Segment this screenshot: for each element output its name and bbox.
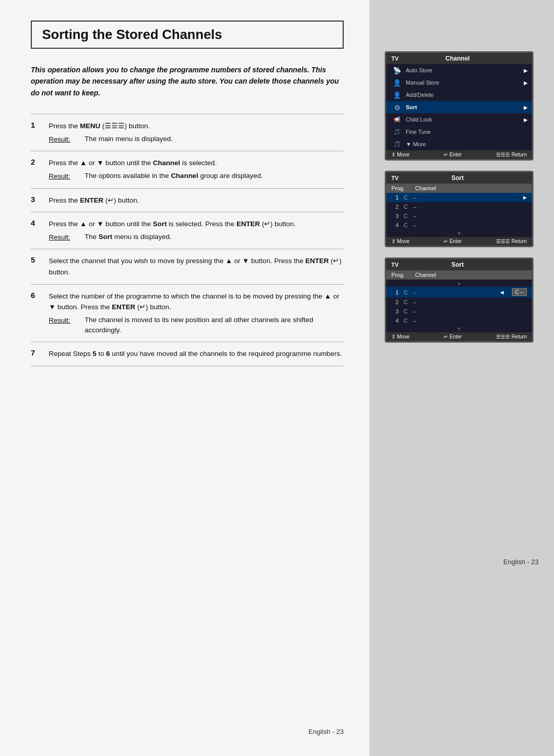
sort-row-arrow-1: ▶ [523,195,527,200]
tv-screen-sort-2: TV Sort Prog. Channel ▲ 1 C -- ◀ C -- [385,257,533,343]
footer-move-1: ⇕ Move [391,152,409,157]
tv-menu-label-more: ▼ More [406,141,426,147]
step-row-7: 7 Repeat Steps 5 to 6 until you have mov… [31,342,344,366]
tv-screen3-title: Sort [451,261,464,268]
sort-rowc-1-4: C [404,222,408,228]
english-23-text: English - 23 [503,558,539,566]
step4-result-label: Result: [49,232,77,243]
scroll-up-2: ▲ [386,280,532,287]
tv-menu-item-finetune: 🎵 Fine Tune [386,126,532,138]
footer-return-3: ☰☰☰ Return [496,334,527,340]
step-num-1: 1 [31,114,46,151]
step-num-4: 4 [31,212,46,249]
sort-row-2-3: 3 C -- [386,307,532,316]
tv-screen1-title: Channel [445,55,469,62]
footer-move-3: ⇕ Move [391,334,409,340]
circle-icon: ⊙ [391,103,403,112]
sort-rowc-2-1: C [404,289,408,295]
step6-text: Select the number of the programme to wh… [49,292,339,311]
step-row-1: 1 Press the MENU (☰☰☰) button. Result: T… [31,114,344,151]
step-row-3: 3 Press the ENTER (↵) button. [31,188,344,212]
footer-move-2: ⇕ Move [391,238,409,244]
sort-arrow-icon: ▶ [524,105,528,110]
tv-menu-label-finetune: Fine Tune [406,129,431,135]
tv-menu-label-autostore: Auto Store [406,67,432,73]
step-num-2: 2 [31,151,46,188]
step-content-7: Repeat Steps 5 to 6 until you have moved… [46,342,344,366]
sort-rownum-2-2: 2 [391,299,399,305]
tv-menu-item-adddelete: 👤 Add/Delete [386,89,532,101]
step4-result-text: The Sort menu is displayed. [85,232,172,243]
sort-rowdash-1-2: -- [413,204,417,210]
step1-result-label: Result: [49,134,77,145]
step6-result-label: Result: [49,315,77,336]
step-num-7: 7 [31,342,46,366]
tv-menu-item-more: 🎵 ▼ More [386,138,532,150]
tv-screen1-header: TV Channel [386,53,532,64]
step-num-5: 5 [31,249,46,284]
tv-screen2-body: Prog. Channel 1 C -- ▶ 2 C -- [386,184,532,237]
step-content-4: Press the ▲ or ▼ button until the Sort i… [46,212,344,249]
sort-rowc-2-4: C [404,317,408,324]
tv-screen3-body: Prog. Channel ▲ 1 C -- ◀ C -- 2 C -- [386,270,532,332]
step-row-2: 2 Press the ▲ or ▼ button until the Chan… [31,151,344,188]
tv-menu-label-sort: Sort [406,104,417,110]
step-content-3: Press the ENTER (↵) button. [46,188,344,212]
sort-header-2: Prog. Channel [386,270,532,280]
tv-menu-label-adddelete: Add/Delete [406,92,433,98]
sort-header-1: Prog. Channel [386,184,532,193]
autostore-arrow-icon: ▶ [524,68,528,73]
step3-text: Press the ENTER (↵) button. [49,196,139,204]
step-num-3: 3 [31,188,46,212]
tv-screen2-tv-label: TV [391,175,399,181]
step2-result-label: Result: [49,171,77,182]
sort-row-1-2: 2 C -- [386,202,532,211]
tv-menu-item-childlock: 📢 Child Lock ▶ [386,113,532,126]
step-content-5: Select the channel that you wish to move… [46,249,344,284]
tv-screen1-footer: ⇕ Move ↵ Enter ☰☰☰ Return [386,150,532,159]
tv-screen1-tv-label: TV [391,55,399,62]
intro-text: This operation allows you to change the … [31,64,344,98]
tv-screen2-footer: ⇕ Move ↵ Enter ☰☰☰ Return [386,237,532,246]
step-content-2: Press the ▲ or ▼ button until the Channe… [46,151,344,188]
step5-text: Select the channel that you wish to move… [49,257,342,276]
tv-screen3-header: TV Sort [386,259,532,270]
manualstore-arrow-icon: ▶ [524,80,528,86]
footer-return-2: ☰☰☰ Return [496,238,527,244]
sort-col-prog-2: Prog. [391,272,405,278]
tv-screen-sort-1: TV Sort Prog. Channel 1 C -- ▶ [385,171,533,247]
sort-rownum-2-4: 4 [391,317,399,324]
tv-menu-item-sort: ⊙ Sort ▶ [386,101,532,113]
step-content-6: Select the number of the programme to wh… [46,284,344,342]
sort-rowdash-2-2: -- [413,299,417,305]
sort-rowdash-2-4: -- [413,317,417,324]
step1-result-text: The main menu is displayed. [85,134,173,145]
sort-col-prog-1: Prog. [391,185,405,191]
step6-result-text: The channel is moved to its new position… [85,315,344,336]
step-num-6: 6 [31,284,46,342]
step7-text: Repeat Steps 5 to 6 until you have moved… [49,350,342,357]
sort-rowdash-2-1: -- [413,289,417,295]
sort-rownum-1-4: 4 [391,222,399,228]
sort-rownum-1-1: 1 [391,194,399,201]
sort-rowc-2-3: C [404,308,408,314]
footer-enter-1: ↵ Enter [444,152,462,157]
title-box: Sorting the Stored Channels [31,21,344,49]
tv-menu-item-autostore: 📡 Auto Store ▶ [386,64,532,76]
megaphone-icon: 📢 [391,115,403,124]
sort-rowc-1-3: C [404,213,408,219]
footer-return-1: ☰☰☰ Return [496,152,527,157]
moved-channel-label: C -- [512,288,527,296]
antenna-icon: 📡 [391,66,403,75]
sort-rownum-1-3: 3 [391,213,399,219]
sort-row-2-4: 4 C -- [386,316,532,325]
sort-rownum-2-1: 1 [391,289,399,295]
step-row-6: 6 Select the number of the programme to … [31,284,344,342]
tv-screen2-title: Sort [451,174,464,182]
sort-rowdash-1-3: -- [413,213,417,219]
step1-text: Press the MENU (☰☰☰) button. [49,122,150,130]
sort-row-2-1: 1 C -- ◀ C -- [386,287,532,297]
sort-rownum-1-2: 2 [391,204,399,210]
footer-enter-2: ↵ Enter [444,238,462,244]
tv-menu-label-childlock: Child Lock [406,116,432,123]
